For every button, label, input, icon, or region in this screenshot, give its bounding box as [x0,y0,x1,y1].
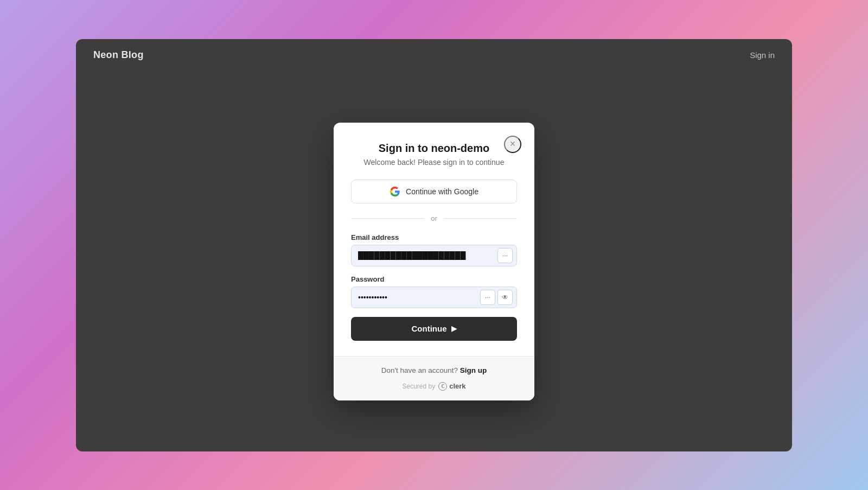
clerk-label: clerk [449,382,465,390]
site-title: Neon Blog [93,49,144,61]
arrow-right-icon: ▶ [451,324,457,333]
password-field-group: Password ··· 👁 [351,275,517,308]
top-bar: Neon Blog Sign in [76,39,792,72]
sign-in-nav-link[interactable]: Sign in [750,50,775,60]
email-label: Email address [351,233,517,241]
clerk-icon: ℂ [438,382,447,391]
secured-by-text: Secured by [402,383,435,390]
modal-subtitle: Welcome back! Please sign in to continue [351,158,517,167]
divider-text: or [431,214,437,222]
email-input-wrapper: ··· [351,245,517,266]
close-button[interactable]: × [504,136,521,153]
no-account-text: Don't have an account? [381,366,458,374]
secured-by: Secured by ℂ clerk [351,382,517,391]
google-icon [390,186,400,197]
modal-backdrop: × Sign in to neon-demo Welcome back! Ple… [76,72,792,451]
email-field-group: Email address ··· [351,233,517,266]
divider: or [351,214,517,222]
password-visibility-toggle[interactable]: 👁 [497,290,513,305]
continue-button-label: Continue [412,324,447,333]
modal-header: × Sign in to neon-demo Welcome back! Ple… [351,142,517,167]
email-action-btn[interactable]: ··· [497,248,513,263]
email-input[interactable] [351,245,517,266]
footer-text: Don't have an account? Sign up [351,366,517,374]
sign-in-modal: × Sign in to neon-demo Welcome back! Ple… [334,123,534,400]
signup-link[interactable]: Sign up [460,366,487,374]
password-input-actions: ··· 👁 [480,290,513,305]
email-input-actions: ··· [497,248,513,263]
google-signin-button[interactable]: Continue with Google [351,180,517,203]
password-input-wrapper: ··· 👁 [351,287,517,308]
modal-footer: Don't have an account? Sign up Secured b… [334,356,534,400]
divider-line-left [351,218,424,219]
modal-title: Sign in to neon-demo [351,142,517,155]
modal-body: × Sign in to neon-demo Welcome back! Ple… [334,123,534,356]
google-button-label: Continue with Google [406,187,478,196]
continue-button[interactable]: Continue ▶ [351,317,517,341]
password-label: Password [351,275,517,283]
clerk-logo: ℂ clerk [438,382,465,391]
browser-frame: Neon Blog Sign in × Sign in to neon-demo… [76,39,792,451]
password-action-btn[interactable]: ··· [480,290,495,305]
divider-line-right [444,218,517,219]
